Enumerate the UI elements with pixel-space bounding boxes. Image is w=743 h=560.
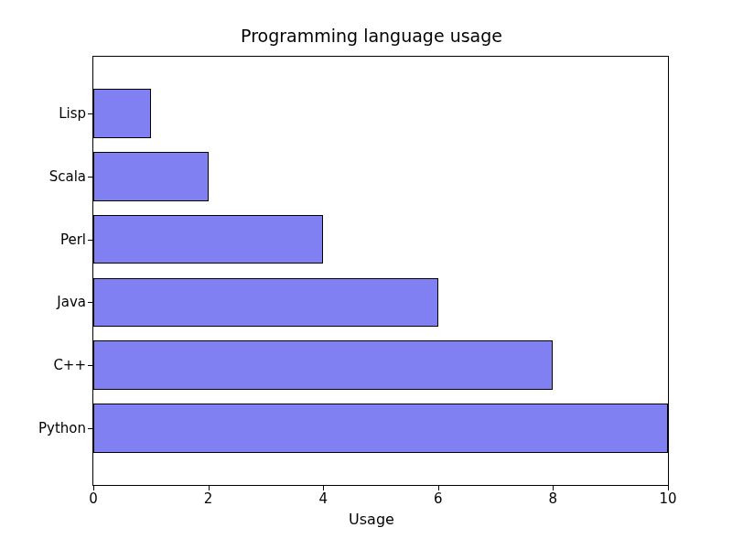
x-tick-label: 0	[89, 490, 98, 507]
y-tick	[88, 240, 92, 241]
y-tick-label: Lisp	[4, 105, 86, 122]
y-tick	[88, 113, 92, 114]
x-tick	[553, 486, 554, 490]
x-tick	[323, 486, 324, 490]
y-tick-label: Perl	[4, 232, 86, 248]
chart-title: Programming language usage	[0, 26, 743, 46]
bar-perl	[93, 215, 323, 264]
y-tick-label: Java	[4, 294, 86, 310]
x-axis-label: Usage	[0, 511, 743, 528]
y-tick	[88, 365, 92, 366]
bar-scala	[93, 152, 209, 201]
bar-lisp	[93, 89, 151, 138]
y-tick	[88, 302, 92, 303]
x-tick	[668, 486, 669, 490]
y-tick-label: Scala	[4, 168, 86, 185]
y-tick-label: C++	[4, 357, 86, 373]
x-tick-label: 8	[549, 490, 558, 507]
bar-cplusplus	[93, 340, 553, 390]
y-tick-label: Python	[4, 420, 86, 436]
x-tick-label: 2	[204, 490, 213, 507]
plot-area	[92, 56, 669, 486]
bar-python	[93, 404, 668, 453]
chart-figure: Programming language usage Usage PythonC…	[0, 0, 743, 560]
x-tick-label: 6	[434, 490, 443, 507]
x-tick	[438, 486, 439, 490]
bar-java	[93, 278, 438, 328]
x-tick	[93, 486, 94, 490]
y-tick	[88, 177, 92, 178]
y-tick	[88, 428, 92, 429]
x-tick-label: 10	[659, 490, 676, 507]
x-tick	[209, 486, 210, 490]
x-tick-label: 4	[318, 490, 328, 507]
